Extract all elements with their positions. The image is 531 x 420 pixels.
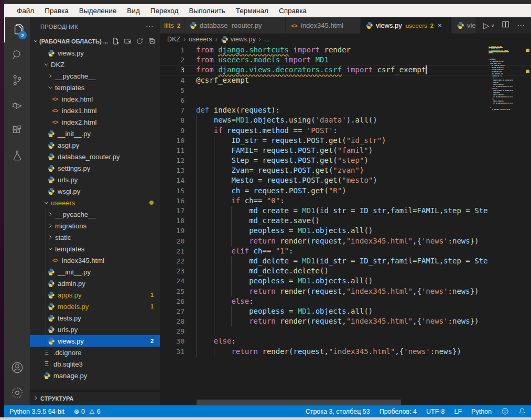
breadcrumb-item-...[interactable]: ... [264, 36, 269, 43]
code-editor[interactable]: 1from django.shortcuts import render2fro… [160, 45, 531, 405]
tree-item-database_roouter.py[interactable]: database_roouter.py [30, 151, 160, 162]
tree-item-.dcignore[interactable]: Ξ.dcignore [30, 347, 160, 358]
line-number[interactable]: 19 [160, 226, 185, 236]
split-editor-icon[interactable] [502, 20, 510, 30]
search-icon[interactable] [4, 42, 30, 68]
code-line-29[interactable]: 29 [160, 326, 531, 336]
code-line-19[interactable]: 19 peopless = MD1.objects.all() [160, 226, 531, 236]
tree-item-apps.py[interactable]: apps.py1 [30, 289, 160, 301]
outline-section-header[interactable]: СТРУКТУРА [30, 391, 160, 405]
code-line-20[interactable]: 20 return render(request,"index345.html"… [160, 236, 531, 246]
line-number[interactable]: 10 [160, 136, 185, 146]
tree-item-views.py[interactable]: views.py [30, 47, 160, 59]
tree-item-index.html[interactable]: <>index.html [30, 93, 160, 105]
horizontal-scrollbar[interactable] [197, 400, 401, 405]
language-mode-status[interactable]: Python [471, 408, 492, 415]
code-line-5[interactable]: 5 [160, 85, 531, 95]
code-line-14[interactable]: 14 Mesto = request.POST.get("mesto") [160, 175, 531, 185]
extensions-icon[interactable] [4, 118, 30, 143]
line-number[interactable]: 26 [160, 296, 185, 306]
code-line-7[interactable]: 7def index(request): [160, 105, 531, 115]
line-number[interactable]: 9 [160, 126, 185, 136]
tree-item-index345.html[interactable]: <>index345.html [30, 255, 160, 266]
line-number[interactable]: 25 [160, 286, 185, 296]
code-line-21[interactable]: 21 elif ch== "1": [160, 246, 531, 256]
code-line-18[interactable]: 18 md_create.save() [160, 216, 531, 226]
tree-item-__init__.py[interactable]: __init__.py [30, 266, 160, 278]
code-line-23[interactable]: 23 md_delete.delete() [160, 266, 531, 276]
tab-database_roouter.py[interactable]: database_roouter.py [185, 17, 286, 34]
breadcrumb-item-views.py[interactable]: views.py [231, 36, 256, 43]
line-number[interactable]: 2 [160, 55, 185, 65]
tree-item-settings.py[interactable]: settings.py [30, 162, 160, 174]
code-line-15[interactable]: 15 ch = request.POST.get("R") [160, 186, 531, 196]
tree-item-__pycache__[interactable]: __pycache__ [30, 208, 160, 220]
code-line-2[interactable]: 2from useeers.models import MD1 [160, 55, 531, 65]
tree-item-asgi.py[interactable]: asgi.py [30, 139, 160, 151]
line-number[interactable]: 31 [160, 347, 185, 357]
line-number[interactable]: 13 [160, 165, 185, 175]
code-line-11[interactable]: 11 FAMIL= request.POST.get("famil") [160, 146, 531, 156]
menu-item-Файл[interactable]: Файл [12, 7, 39, 15]
tab-views.py[interactable]: views.pyuseeers2× [361, 17, 452, 34]
breadcrumb-item-useeers[interactable]: useeers [189, 36, 212, 43]
testing-icon[interactable] [4, 143, 30, 168]
code-line-8[interactable]: 8 news=MD1.objects.using('daata').all() [160, 115, 531, 125]
problems-status[interactable]: ⊗ 0 ⚠ 6 [74, 408, 101, 415]
line-number[interactable]: 22 [160, 256, 185, 266]
tree-item-wsgi.py[interactable]: wsgi.py [30, 185, 160, 197]
code-line-10[interactable]: 10 ID_str = request.POST.get("id_str") [160, 136, 531, 146]
tree-item-index2.html[interactable]: <>index2.html [30, 116, 160, 128]
code-line-1[interactable]: 1from django.shortcuts import render [160, 45, 531, 55]
tree-item-models.py[interactable]: models.py1 [30, 301, 160, 312]
run-python-file-button[interactable]: ▷∨ [483, 21, 494, 30]
run-debug-icon[interactable] [4, 93, 30, 118]
line-number[interactable]: 14 [160, 175, 185, 185]
line-number[interactable]: 24 [160, 276, 185, 286]
line-number[interactable]: 7 [160, 105, 185, 115]
more-actions-icon[interactable]: ⋯ [517, 21, 525, 30]
tree-item-migrations[interactable]: migrations [30, 220, 160, 231]
cursor-position-status[interactable]: Строка 3, столбец 53 [306, 408, 370, 415]
code-line-9[interactable]: 9 if request.method == 'POST': [160, 126, 531, 136]
tab-iiits[interactable]: iiits2 [160, 17, 185, 34]
account-icon[interactable] [4, 355, 30, 380]
tree-item-static[interactable]: static [30, 231, 160, 243]
tree-item-db.sqlite3[interactable]: Ξdb.sqlite3 [30, 358, 160, 370]
refresh-icon[interactable] [136, 37, 144, 46]
code-line-13[interactable]: 13 Zvan= request.POST.get("zvan") [160, 165, 531, 175]
line-number[interactable]: 5 [160, 85, 185, 95]
settings-gear-icon[interactable] [4, 380, 30, 405]
code-line-25[interactable]: 25 return render(request,"index345.html"… [160, 286, 531, 296]
breadcrumb-item-DKZ[interactable]: DKZ [167, 36, 180, 43]
tree-item-manage.py[interactable]: manage.py [30, 370, 160, 381]
line-number[interactable]: 3 [160, 65, 185, 75]
menu-item-Вид[interactable]: Вид [122, 7, 145, 15]
tree-item-admin.py[interactable]: admin.py [30, 278, 160, 289]
feedback-icon[interactable] [501, 407, 509, 415]
menu-item-Терминал[interactable]: Терминал [231, 7, 274, 15]
code-line-6[interactable]: 6 [160, 95, 531, 105]
tree-item-useeers[interactable]: useeers [30, 197, 160, 208]
line-number[interactable]: 1 [160, 45, 185, 55]
line-number[interactable]: 23 [160, 266, 185, 276]
line-number[interactable]: 8 [160, 115, 185, 125]
code-line-3[interactable]: 3from django.views.decorators.csrf impor… [160, 65, 531, 75]
tree-item-templates[interactable]: templates [30, 243, 160, 255]
encoding-status[interactable]: UTF-8 [426, 408, 445, 415]
line-number[interactable]: 20 [160, 236, 185, 246]
new-file-icon[interactable] [112, 37, 120, 46]
code-line-26[interactable]: 26 else: [160, 296, 531, 306]
breadcrumb[interactable]: DKZ›useeers›views.py›... [160, 34, 531, 45]
tree-item-__init__.py[interactable]: __init__.py [30, 128, 160, 139]
code-line-28[interactable]: 28 return render(request,"index345.html"… [160, 316, 531, 326]
eol-status[interactable]: LF [454, 408, 462, 415]
notifications-bell-icon[interactable] [518, 407, 526, 415]
code-line-17[interactable]: 17 md_create = MD1(id_str = ID_str,famil… [160, 206, 531, 216]
menu-item-Переход[interactable]: Переход [145, 7, 184, 15]
line-number[interactable]: 15 [160, 186, 185, 196]
line-number[interactable]: 18 [160, 216, 185, 226]
line-number[interactable]: 21 [160, 246, 185, 256]
new-folder-icon[interactable] [124, 37, 132, 46]
line-number[interactable]: 16 [160, 196, 185, 206]
